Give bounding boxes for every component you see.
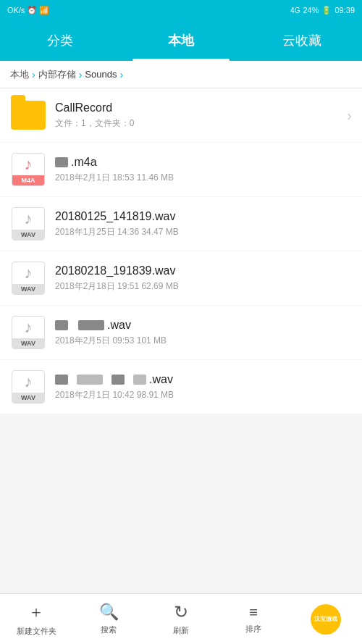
list-item[interactable]: ♪ WAV .wav 2018年2月1日 10:42 98.91 MB [0,360,362,414]
file-list: CallRecord 文件：1，文件夹：0 › ♪ M4A .m4a 2018年… [0,88,362,593]
status-bar: OK/s ⏰ 📶 4G 24% 🔋 09:39 [0,0,362,20]
status-left: OK/s ⏰ 📶 [7,0,49,20]
file-name: 20180125_141819.wav [55,210,352,223]
brand-logo: 汉宝游戏 [311,604,341,635]
nav-brand[interactable]: 汉宝游戏 [290,594,362,644]
breadcrumb-sep-1: › [32,69,35,80]
nav-search[interactable]: 🔍 搜索 [72,594,145,644]
breadcrumb-sep-3: › [119,69,123,80]
audio-file-icon: ♪ WAV [10,206,46,242]
file-type-label: WAV [12,393,44,403]
breadcrumb: 本地 › 内部存储 › Sounds › [0,61,362,88]
file-meta: 2018年2月18日 19:51 62.69 MB [55,280,352,293]
redacted-block [55,320,68,330]
wifi-icon: 📶 [39,6,49,15]
file-meta: 2018年2月1日 18:53 11.46 MB [55,172,352,184]
nav-label-sort: 排序 [245,624,261,635]
plus-icon: ＋ [28,601,44,623]
music-note-icon: ♪ [25,264,33,283]
audio-file-icon: ♪ WAV [10,260,46,296]
list-item[interactable]: CallRecord 文件：1，文件夹：0 › [0,88,362,142]
file-info-wav2: 20180218_191839.wav 2018年2月18日 19:51 62.… [55,264,352,293]
music-note-icon: ♪ [25,372,33,391]
list-item[interactable]: ♪ WAV 20180218_191839.wav 2018年2月18日 19:… [0,251,362,305]
redacted-block [111,375,125,385]
nav-refresh[interactable]: ↻ 刷新 [145,594,217,644]
file-info-wav4: .wav 2018年2月1日 10:42 98.91 MB [55,373,352,401]
folder-icon [10,97,46,133]
audio-file-icon: ♪ M4A [10,151,46,188]
network-icon: 4G [290,7,300,14]
music-note-icon: ♪ [25,318,33,337]
time-text: 09:39 [334,6,355,14]
status-right: 4G 24% 🔋 09:39 [290,6,355,15]
tab-bendi[interactable]: 本地 [121,20,242,61]
nav-label-search: 搜索 [101,624,117,635]
file-meta: 2018年2月1日 10:42 98.91 MB [55,389,352,401]
redacted-block [55,375,68,385]
file-info-wav3: .wav 2018年2月5日 09:53 101 MB [55,319,352,347]
list-item[interactable]: ♪ WAV 20180125_141819.wav 2018年1月25日 14:… [0,197,362,251]
tab-fenlei[interactable]: 分类 [0,20,121,61]
file-info-callrecord: CallRecord 文件：1，文件夹：0 [55,101,341,130]
file-info-m4a: .m4a 2018年2月1日 18:53 11.46 MB [55,156,352,184]
sort-icon: ≡ [249,604,258,621]
file-name: .wav [55,319,352,332]
file-meta: 2018年2月5日 09:53 101 MB [55,335,352,347]
file-info-wav1: 20180125_141819.wav 2018年1月25日 14:36 34.… [55,210,352,238]
nav-new-folder[interactable]: ＋ 新建文件夹 [0,594,72,644]
nav-sort[interactable]: ≡ 排序 [217,594,290,644]
refresh-icon: ↻ [174,602,188,622]
battery-icon: 🔋 [321,6,332,15]
file-type-label: M4A [12,175,44,185]
redacted-block [55,157,68,167]
audio-file-icon: ♪ WAV [10,369,46,405]
chevron-right-icon: › [347,107,352,124]
nav-label-new-folder: 新建文件夹 [17,626,56,637]
file-name: 20180218_191839.wav [55,264,352,277]
battery-text: 24% [303,6,319,14]
list-item[interactable]: ♪ M4A .m4a 2018年2月1日 18:53 11.46 MB [0,143,362,196]
breadcrumb-local[interactable]: 本地 [10,68,29,81]
tab-bar: 分类 本地 云收藏 [0,20,362,61]
file-meta: 2018年1月25日 14:36 34.47 MB [55,226,352,238]
file-type-label: WAV [12,284,44,294]
file-type-label: WAV [12,338,44,348]
file-name: .wav [55,373,352,386]
music-note-icon: ♪ [25,155,33,174]
file-name: CallRecord [55,101,341,114]
breadcrumb-sounds[interactable]: Sounds [85,69,117,80]
redacted-block [77,375,103,385]
clock-icon: ⏰ [27,6,37,15]
music-note-icon: ♪ [25,209,33,228]
bottom-nav: ＋ 新建文件夹 🔍 搜索 ↻ 刷新 ≡ 排序 汉宝游戏 [0,593,362,644]
breadcrumb-sep-2: › [79,69,83,80]
redacted-block [133,375,146,385]
file-type-label: WAV [12,230,44,240]
breadcrumb-internal[interactable]: 内部存储 [38,68,76,81]
list-item[interactable]: ♪ WAV .wav 2018年2月5日 09:53 101 MB [0,306,362,359]
signal-text: OK/s [7,6,25,14]
file-meta: 文件：1，文件夹：0 [55,117,341,130]
nav-label-refresh: 刷新 [173,625,189,636]
file-name: .m4a [55,156,352,169]
redacted-block [78,320,104,330]
audio-file-icon: ♪ WAV [10,314,46,351]
tab-yunshoucang[interactable]: 云收藏 [241,20,362,61]
search-icon: 🔍 [99,603,119,622]
